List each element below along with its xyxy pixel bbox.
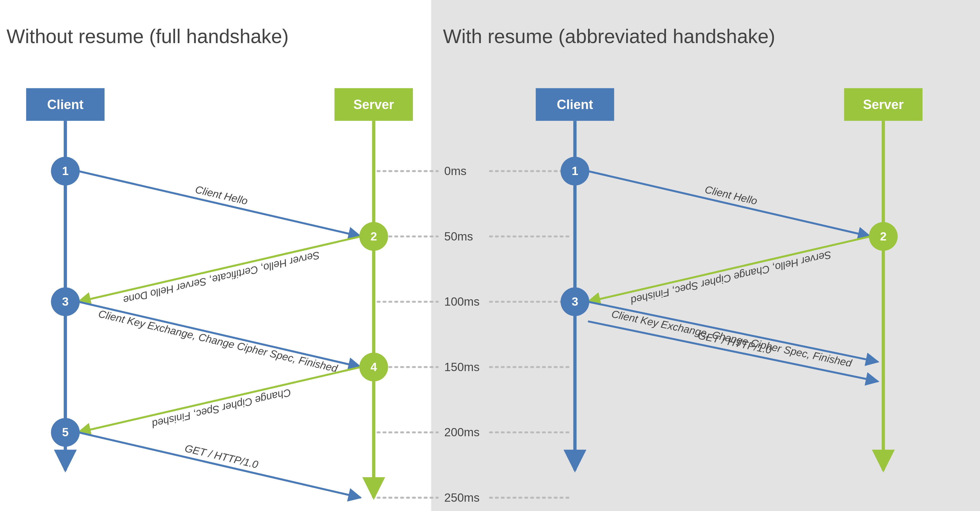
step-number: 1: [571, 164, 578, 178]
step-number: 5: [62, 425, 68, 439]
step-number: 3: [571, 295, 578, 308]
step-number: 1: [62, 164, 68, 178]
left-messages: Client HelloServer Hello, Certificate, S…: [78, 171, 361, 498]
message-arrow: [78, 302, 361, 367]
time-label: 150ms: [444, 360, 480, 373]
message-arrow: [78, 236, 361, 302]
svg-text:Server: Server: [353, 97, 394, 112]
time-label: 50ms: [444, 230, 473, 243]
message-arrow: [78, 432, 361, 498]
time-label: 250ms: [444, 491, 480, 504]
message-label: Change Cipher Spec, Finished: [151, 387, 292, 430]
tls-handshake-diagram: Without resume (full handshake) With res…: [0, 0, 980, 511]
svg-text:Client: Client: [557, 97, 593, 112]
message-label: Server Hello, Certificate, Server Hello …: [122, 249, 321, 306]
time-label: 100ms: [444, 295, 480, 308]
message-arrow: [78, 171, 361, 236]
step-number: 2: [880, 230, 887, 243]
title-left: Without resume (full handshake): [6, 25, 289, 48]
right-server-box: Server: [844, 88, 923, 121]
step-number: 3: [62, 295, 68, 308]
svg-text:Client: Client: [47, 97, 83, 112]
step-number: 2: [371, 230, 377, 243]
time-label: 0ms: [444, 164, 466, 178]
right-panel-bg: [431, 0, 980, 511]
step-number: 4: [371, 360, 377, 373]
time-label: 200ms: [444, 425, 480, 439]
message-label: Client Key Exchange, Change Cipher Spec,…: [97, 308, 339, 374]
right-client-box: Client: [536, 88, 614, 121]
message-arrow: [78, 367, 361, 433]
left-server-box: Server: [334, 88, 413, 121]
left-client-box: Client: [26, 88, 105, 121]
svg-text:Server: Server: [863, 97, 904, 112]
title-right: With resume (abbreviated handshake): [443, 25, 775, 48]
